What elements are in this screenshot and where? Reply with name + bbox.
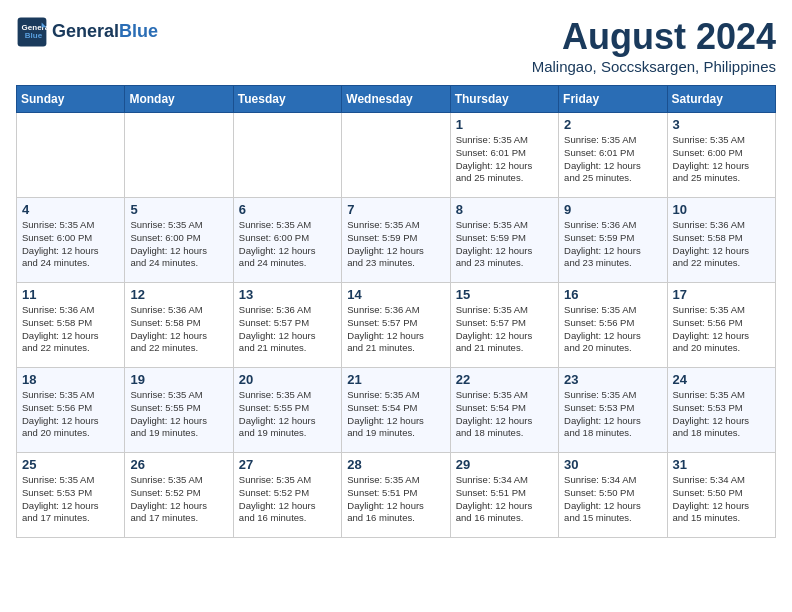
day-number: 17: [673, 287, 770, 302]
day-info: Sunrise: 5:35 AM Sunset: 5:57 PM Dayligh…: [456, 304, 553, 355]
day-number: 15: [456, 287, 553, 302]
day-number: 12: [130, 287, 227, 302]
day-number: 6: [239, 202, 336, 217]
calendar-cell: 29Sunrise: 5:34 AM Sunset: 5:51 PM Dayli…: [450, 453, 558, 538]
calendar-cell: 20Sunrise: 5:35 AM Sunset: 5:55 PM Dayli…: [233, 368, 341, 453]
calendar-cell: 21Sunrise: 5:35 AM Sunset: 5:54 PM Dayli…: [342, 368, 450, 453]
calendar-cell: [17, 113, 125, 198]
day-number: 26: [130, 457, 227, 472]
day-number: 18: [22, 372, 119, 387]
week-row-1: 1Sunrise: 5:35 AM Sunset: 6:01 PM Daylig…: [17, 113, 776, 198]
calendar-cell: 1Sunrise: 5:35 AM Sunset: 6:01 PM Daylig…: [450, 113, 558, 198]
weekday-header-monday: Monday: [125, 86, 233, 113]
calendar-cell: 9Sunrise: 5:36 AM Sunset: 5:59 PM Daylig…: [559, 198, 667, 283]
day-number: 25: [22, 457, 119, 472]
day-number: 13: [239, 287, 336, 302]
day-number: 16: [564, 287, 661, 302]
day-info: Sunrise: 5:35 AM Sunset: 5:53 PM Dayligh…: [564, 389, 661, 440]
day-number: 8: [456, 202, 553, 217]
weekday-header-friday: Friday: [559, 86, 667, 113]
weekday-header-sunday: Sunday: [17, 86, 125, 113]
day-info: Sunrise: 5:36 AM Sunset: 5:58 PM Dayligh…: [22, 304, 119, 355]
day-info: Sunrise: 5:35 AM Sunset: 5:54 PM Dayligh…: [456, 389, 553, 440]
day-number: 27: [239, 457, 336, 472]
calendar-cell: 22Sunrise: 5:35 AM Sunset: 5:54 PM Dayli…: [450, 368, 558, 453]
day-info: Sunrise: 5:36 AM Sunset: 5:58 PM Dayligh…: [673, 219, 770, 270]
calendar-cell: 27Sunrise: 5:35 AM Sunset: 5:52 PM Dayli…: [233, 453, 341, 538]
calendar-cell: 19Sunrise: 5:35 AM Sunset: 5:55 PM Dayli…: [125, 368, 233, 453]
calendar-cell: 3Sunrise: 5:35 AM Sunset: 6:00 PM Daylig…: [667, 113, 775, 198]
day-info: Sunrise: 5:35 AM Sunset: 5:59 PM Dayligh…: [456, 219, 553, 270]
day-info: Sunrise: 5:36 AM Sunset: 5:57 PM Dayligh…: [347, 304, 444, 355]
day-info: Sunrise: 5:35 AM Sunset: 5:53 PM Dayligh…: [673, 389, 770, 440]
calendar-cell: [233, 113, 341, 198]
day-number: 10: [673, 202, 770, 217]
calendar-cell: 31Sunrise: 5:34 AM Sunset: 5:50 PM Dayli…: [667, 453, 775, 538]
calendar-cell: 30Sunrise: 5:34 AM Sunset: 5:50 PM Dayli…: [559, 453, 667, 538]
calendar-cell: 28Sunrise: 5:35 AM Sunset: 5:51 PM Dayli…: [342, 453, 450, 538]
calendar-table: SundayMondayTuesdayWednesdayThursdayFrid…: [16, 85, 776, 538]
calendar-cell: 24Sunrise: 5:35 AM Sunset: 5:53 PM Dayli…: [667, 368, 775, 453]
day-info: Sunrise: 5:35 AM Sunset: 5:59 PM Dayligh…: [347, 219, 444, 270]
weekday-header-wednesday: Wednesday: [342, 86, 450, 113]
calendar-cell: 17Sunrise: 5:35 AM Sunset: 5:56 PM Dayli…: [667, 283, 775, 368]
day-info: Sunrise: 5:35 AM Sunset: 6:00 PM Dayligh…: [239, 219, 336, 270]
calendar-cell: 13Sunrise: 5:36 AM Sunset: 5:57 PM Dayli…: [233, 283, 341, 368]
calendar-cell: 26Sunrise: 5:35 AM Sunset: 5:52 PM Dayli…: [125, 453, 233, 538]
logo-general: General: [52, 21, 119, 41]
logo: General Blue GeneralBlue: [16, 16, 158, 48]
day-number: 3: [673, 117, 770, 132]
logo-text: GeneralBlue: [52, 22, 158, 42]
day-number: 2: [564, 117, 661, 132]
week-row-5: 25Sunrise: 5:35 AM Sunset: 5:53 PM Dayli…: [17, 453, 776, 538]
day-number: 7: [347, 202, 444, 217]
day-info: Sunrise: 5:35 AM Sunset: 5:56 PM Dayligh…: [673, 304, 770, 355]
month-year-title: August 2024: [532, 16, 776, 58]
calendar-cell: 16Sunrise: 5:35 AM Sunset: 5:56 PM Dayli…: [559, 283, 667, 368]
calendar-cell: [342, 113, 450, 198]
calendar-cell: 6Sunrise: 5:35 AM Sunset: 6:00 PM Daylig…: [233, 198, 341, 283]
day-number: 31: [673, 457, 770, 472]
day-info: Sunrise: 5:35 AM Sunset: 6:00 PM Dayligh…: [130, 219, 227, 270]
day-info: Sunrise: 5:35 AM Sunset: 5:56 PM Dayligh…: [564, 304, 661, 355]
day-info: Sunrise: 5:35 AM Sunset: 6:01 PM Dayligh…: [456, 134, 553, 185]
day-info: Sunrise: 5:35 AM Sunset: 6:00 PM Dayligh…: [673, 134, 770, 185]
calendar-cell: 8Sunrise: 5:35 AM Sunset: 5:59 PM Daylig…: [450, 198, 558, 283]
day-number: 20: [239, 372, 336, 387]
day-number: 19: [130, 372, 227, 387]
day-info: Sunrise: 5:36 AM Sunset: 5:57 PM Dayligh…: [239, 304, 336, 355]
day-info: Sunrise: 5:35 AM Sunset: 6:01 PM Dayligh…: [564, 134, 661, 185]
calendar-cell: [125, 113, 233, 198]
svg-text:Blue: Blue: [25, 31, 43, 40]
location-subtitle: Malingao, Soccsksargen, Philippines: [532, 58, 776, 75]
weekday-header-row: SundayMondayTuesdayWednesdayThursdayFrid…: [17, 86, 776, 113]
day-info: Sunrise: 5:35 AM Sunset: 6:00 PM Dayligh…: [22, 219, 119, 270]
week-row-4: 18Sunrise: 5:35 AM Sunset: 5:56 PM Dayli…: [17, 368, 776, 453]
calendar-cell: 25Sunrise: 5:35 AM Sunset: 5:53 PM Dayli…: [17, 453, 125, 538]
day-number: 21: [347, 372, 444, 387]
day-info: Sunrise: 5:36 AM Sunset: 5:59 PM Dayligh…: [564, 219, 661, 270]
day-info: Sunrise: 5:35 AM Sunset: 5:56 PM Dayligh…: [22, 389, 119, 440]
day-number: 28: [347, 457, 444, 472]
calendar-cell: 15Sunrise: 5:35 AM Sunset: 5:57 PM Dayli…: [450, 283, 558, 368]
calendar-cell: 2Sunrise: 5:35 AM Sunset: 6:01 PM Daylig…: [559, 113, 667, 198]
day-number: 5: [130, 202, 227, 217]
logo-blue: Blue: [119, 21, 158, 41]
calendar-cell: 14Sunrise: 5:36 AM Sunset: 5:57 PM Dayli…: [342, 283, 450, 368]
day-info: Sunrise: 5:35 AM Sunset: 5:51 PM Dayligh…: [347, 474, 444, 525]
day-info: Sunrise: 5:36 AM Sunset: 5:58 PM Dayligh…: [130, 304, 227, 355]
day-number: 23: [564, 372, 661, 387]
day-number: 11: [22, 287, 119, 302]
day-number: 24: [673, 372, 770, 387]
calendar-cell: 4Sunrise: 5:35 AM Sunset: 6:00 PM Daylig…: [17, 198, 125, 283]
day-info: Sunrise: 5:34 AM Sunset: 5:50 PM Dayligh…: [673, 474, 770, 525]
day-info: Sunrise: 5:35 AM Sunset: 5:52 PM Dayligh…: [130, 474, 227, 525]
calendar-cell: 11Sunrise: 5:36 AM Sunset: 5:58 PM Dayli…: [17, 283, 125, 368]
weekday-header-saturday: Saturday: [667, 86, 775, 113]
day-info: Sunrise: 5:35 AM Sunset: 5:53 PM Dayligh…: [22, 474, 119, 525]
calendar-cell: 7Sunrise: 5:35 AM Sunset: 5:59 PM Daylig…: [342, 198, 450, 283]
page-header: General Blue GeneralBlue August 2024 Mal…: [16, 16, 776, 75]
day-info: Sunrise: 5:35 AM Sunset: 5:52 PM Dayligh…: [239, 474, 336, 525]
weekday-header-tuesday: Tuesday: [233, 86, 341, 113]
week-row-2: 4Sunrise: 5:35 AM Sunset: 6:00 PM Daylig…: [17, 198, 776, 283]
